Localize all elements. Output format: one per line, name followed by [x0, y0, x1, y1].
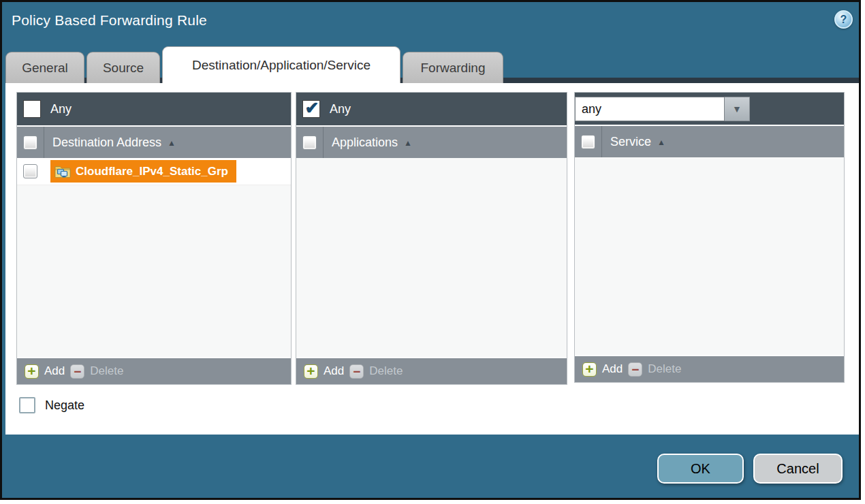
- tab-general[interactable]: General: [5, 52, 84, 83]
- tabstrip: General Source Destination/Application/S…: [5, 46, 503, 83]
- sort-ascending-icon[interactable]: ▲: [168, 138, 176, 148]
- add-icon[interactable]: +: [582, 362, 597, 377]
- checkmark-icon: ✔: [305, 101, 319, 114]
- service-column: any ▼ Service ▲ + Add −: [574, 92, 845, 383]
- applications-delete-button[interactable]: Delete: [369, 364, 403, 378]
- negate-label: Negate: [45, 398, 84, 413]
- sort-ascending-icon[interactable]: ▲: [657, 138, 665, 147]
- plus-glyph: +: [585, 363, 593, 375]
- address-group-icon: [54, 165, 71, 178]
- delete-icon[interactable]: −: [628, 362, 642, 377]
- plus-glyph: +: [306, 365, 315, 377]
- service-add-button[interactable]: Add: [602, 362, 623, 376]
- tab-label: Forwarding: [420, 61, 485, 76]
- divider: [601, 126, 602, 157]
- row-checkbox[interactable]: [23, 164, 37, 178]
- applications-column-header: Applications ▲: [296, 127, 567, 158]
- service-dropdown-bar: any ▼: [575, 93, 844, 125]
- service-dropdown-value[interactable]: any: [575, 97, 725, 121]
- destination-add-button[interactable]: Add: [44, 364, 65, 378]
- destination-any-checkbox[interactable]: [23, 100, 41, 118]
- cancel-button[interactable]: Cancel: [753, 454, 843, 484]
- service-delete-button[interactable]: Delete: [648, 362, 681, 376]
- divider: [44, 127, 44, 158]
- tab-label: Destination/Application/Service: [192, 58, 371, 73]
- applications-any-bar: ✔ Any: [296, 93, 567, 125]
- service-list: [575, 157, 844, 355]
- help-glyph: ?: [840, 14, 847, 26]
- chevron-down-icon: ▼: [732, 104, 742, 114]
- service-column-header: Service ▲: [575, 126, 844, 157]
- service-header-label[interactable]: Service: [610, 135, 651, 149]
- cancel-button-label: Cancel: [776, 461, 819, 477]
- applications-column: ✔ Any Applications ▲ + Add − Delete: [296, 92, 567, 385]
- minus-glyph: −: [74, 366, 81, 377]
- service-footer: + Add − Delete: [575, 355, 844, 382]
- minus-glyph: −: [631, 364, 639, 375]
- destination-delete-button[interactable]: Delete: [90, 364, 123, 378]
- address-group-chip[interactable]: Cloudflare_IPv4_Static_Grp: [50, 160, 236, 183]
- ok-button-label: OK: [691, 461, 710, 477]
- applications-add-button[interactable]: Add: [324, 364, 344, 378]
- tab-destination-application-service[interactable]: Destination/Application/Service: [162, 46, 400, 83]
- ok-button[interactable]: OK: [657, 454, 744, 484]
- destination-column-header: Destination Address ▲: [17, 127, 291, 158]
- applications-select-all-checkbox[interactable]: [302, 136, 317, 150]
- negate-checkbox[interactable]: [19, 397, 35, 413]
- plus-glyph: +: [27, 365, 35, 377]
- tab-source[interactable]: Source: [86, 52, 160, 83]
- negate-row: Negate: [19, 397, 84, 413]
- dialog-title: Policy Based Forwarding Rule: [12, 12, 207, 29]
- tab-label: Source: [103, 61, 144, 76]
- applications-list: [296, 158, 567, 357]
- minus-glyph: −: [353, 366, 360, 377]
- service-dropdown-text: any: [582, 102, 601, 116]
- destination-list: Cloudflare_IPv4_Static_Grp: [17, 158, 291, 357]
- applications-any-label: Any: [330, 102, 351, 116]
- tab-label: General: [22, 61, 68, 76]
- applications-footer: + Add − Delete: [296, 357, 567, 384]
- destination-address-column: Any Destination Address ▲: [16, 92, 292, 385]
- delete-icon[interactable]: −: [70, 364, 84, 379]
- destination-any-label: Any: [50, 102, 72, 116]
- applications-header-label[interactable]: Applications: [332, 136, 398, 150]
- divider: [323, 127, 324, 158]
- destination-select-all-checkbox[interactable]: [23, 136, 37, 150]
- applications-any-checkbox[interactable]: ✔: [302, 100, 320, 118]
- service-select-all-checkbox[interactable]: [581, 135, 595, 149]
- address-group-name: Cloudflare_IPv4_Static_Grp: [76, 165, 228, 178]
- add-icon[interactable]: +: [25, 364, 39, 379]
- service-dropdown-button[interactable]: ▼: [725, 97, 750, 121]
- tab-content-panel: Any Destination Address ▲: [5, 82, 860, 435]
- destination-footer: + Add − Delete: [17, 357, 291, 384]
- tab-forwarding[interactable]: Forwarding: [403, 52, 503, 83]
- sort-ascending-icon[interactable]: ▲: [404, 138, 412, 148]
- destination-header-label[interactable]: Destination Address: [52, 136, 161, 150]
- destination-any-bar: Any: [17, 93, 291, 125]
- add-icon[interactable]: +: [304, 364, 318, 379]
- policy-based-forwarding-dialog: Policy Based Forwarding Rule ? General S…: [0, 0, 861, 500]
- help-icon[interactable]: ?: [834, 10, 853, 29]
- delete-icon[interactable]: −: [349, 364, 364, 379]
- table-row[interactable]: Cloudflare_IPv4_Static_Grp: [17, 158, 291, 185]
